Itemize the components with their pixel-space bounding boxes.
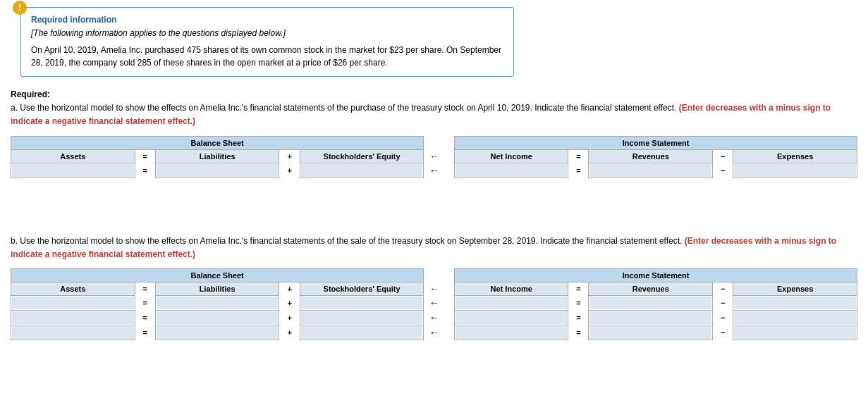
liab-input-b3[interactable] xyxy=(155,325,279,340)
liab-field-b2[interactable] xyxy=(157,311,279,324)
assets-col-header: Assets xyxy=(11,149,135,163)
part-a-instructions: Required: a. Use the horizontal model to… xyxy=(11,88,857,129)
exp-input-a1[interactable] xyxy=(733,163,857,178)
assets-field-b3[interactable] xyxy=(12,326,134,339)
liab-input-b2[interactable] xyxy=(155,310,279,325)
data-row-b1: = + ← = − xyxy=(11,295,857,310)
netincome-col-header-b: Net Income xyxy=(455,282,568,295)
exp-field-b1[interactable] xyxy=(734,297,856,309)
required-information-label: Required information xyxy=(31,15,503,25)
income-stmt-header-b: Income Statement xyxy=(455,268,857,282)
section-header-row-a: Balance Sheet Income Statement xyxy=(11,136,857,149)
italics-note: [The following information applies to th… xyxy=(31,28,503,38)
assets-input-b1[interactable] xyxy=(11,295,135,310)
equity-field-b1[interactable] xyxy=(301,297,423,309)
rev-input-a1[interactable] xyxy=(589,163,713,178)
liab-field-b1[interactable] xyxy=(157,297,279,309)
liab-input-b1[interactable] xyxy=(155,295,279,310)
revenues-col-header-b: Revenues xyxy=(589,282,713,295)
assets-input-b2[interactable] xyxy=(11,310,135,325)
assets-field-b1[interactable] xyxy=(12,297,134,309)
info-box: ! Required information [The following in… xyxy=(20,7,514,77)
assets-field-a1[interactable] xyxy=(12,164,134,177)
exp-field-b3[interactable] xyxy=(734,326,856,339)
netinc-field-b1[interactable] xyxy=(456,297,567,309)
equity-col-header-b: Stockholders' Equity xyxy=(300,282,424,295)
table-b-container: Balance Sheet Income Statement Assets = … xyxy=(11,268,857,340)
netincome-col-header: Net Income xyxy=(455,149,568,163)
netinc-input-b2[interactable] xyxy=(455,310,568,325)
expenses-col-header-b: Expenses xyxy=(733,282,857,295)
equity-field-b2[interactable] xyxy=(301,311,423,324)
exp-input-b2[interactable] xyxy=(733,310,857,325)
exp-input-b1[interactable] xyxy=(733,295,857,310)
rev-field-b3[interactable] xyxy=(589,326,711,339)
equity-input-b3[interactable] xyxy=(300,325,424,340)
required-heading: Required: xyxy=(11,89,50,99)
equity-col-header: Stockholders' Equity xyxy=(300,149,424,163)
liab-field-b3[interactable] xyxy=(157,326,279,339)
netinc-input-a1[interactable] xyxy=(455,163,568,178)
liabilities-col-header-b: Liabilities xyxy=(155,282,279,295)
liabilities-col-header: Liabilities xyxy=(155,149,279,163)
section-header-row-b: Balance Sheet Income Statement xyxy=(11,268,857,282)
equity-input-b1[interactable] xyxy=(300,295,424,310)
info-body-text: On April 10, 2019, Amelia Inc. purchased… xyxy=(31,44,503,69)
assets-field-b2[interactable] xyxy=(12,311,134,324)
equity-field-b3[interactable] xyxy=(301,326,423,339)
revenues-col-header: Revenues xyxy=(589,149,713,163)
table-a-container: Balance Sheet Income Statement Assets = … xyxy=(11,136,857,178)
rev-field-b1[interactable] xyxy=(589,297,711,309)
equity-field-a1[interactable] xyxy=(301,164,423,177)
part-a-description: a. Use the horizontal model to show the … xyxy=(11,103,676,113)
equity-input-b2[interactable] xyxy=(300,310,424,325)
expenses-col-header: Expenses xyxy=(733,149,857,163)
col-header-row-a: Assets = Liabilities + Stockholders' Equ… xyxy=(11,149,857,163)
data-row-a1: = + ← = − xyxy=(11,163,857,178)
netinc-field-a1[interactable] xyxy=(456,164,567,177)
exp-field-b2[interactable] xyxy=(734,311,856,324)
col-header-row-b: Assets = Liabilities + Stockholders' Equ… xyxy=(11,282,857,295)
rev-input-b1[interactable] xyxy=(589,295,713,310)
part-b-instructions: b. Use the horizontal model to show the … xyxy=(11,235,857,261)
rev-input-b2[interactable] xyxy=(589,310,713,325)
part-b-description: b. Use the horizontal model to show the … xyxy=(11,236,682,246)
netinc-field-b2[interactable] xyxy=(456,311,567,324)
assets-input-a1[interactable] xyxy=(11,163,135,178)
liab-field-a1[interactable] xyxy=(157,164,279,177)
netinc-input-b3[interactable] xyxy=(455,325,568,340)
exp-input-b3[interactable] xyxy=(733,325,857,340)
assets-input-b3[interactable] xyxy=(11,325,135,340)
netinc-input-b1[interactable] xyxy=(455,295,568,310)
rev-input-b3[interactable] xyxy=(589,325,713,340)
liab-input-a1[interactable] xyxy=(155,163,279,178)
rev-field-b2[interactable] xyxy=(589,311,711,324)
netinc-field-b3[interactable] xyxy=(456,326,567,339)
exp-field-a1[interactable] xyxy=(734,164,856,177)
equity-input-a1[interactable] xyxy=(300,163,424,178)
rev-field-a1[interactable] xyxy=(589,164,711,177)
warning-icon: ! xyxy=(13,1,27,15)
balance-sheet-header-b: Balance Sheet xyxy=(11,268,424,282)
data-row-b3: = + ← = − xyxy=(11,325,857,340)
data-row-b2: = + ← = − xyxy=(11,310,857,325)
balance-sheet-header-a: Balance Sheet xyxy=(11,136,424,149)
income-stmt-header-a: Income Statement xyxy=(455,136,857,149)
assets-col-header-b: Assets xyxy=(11,282,135,295)
